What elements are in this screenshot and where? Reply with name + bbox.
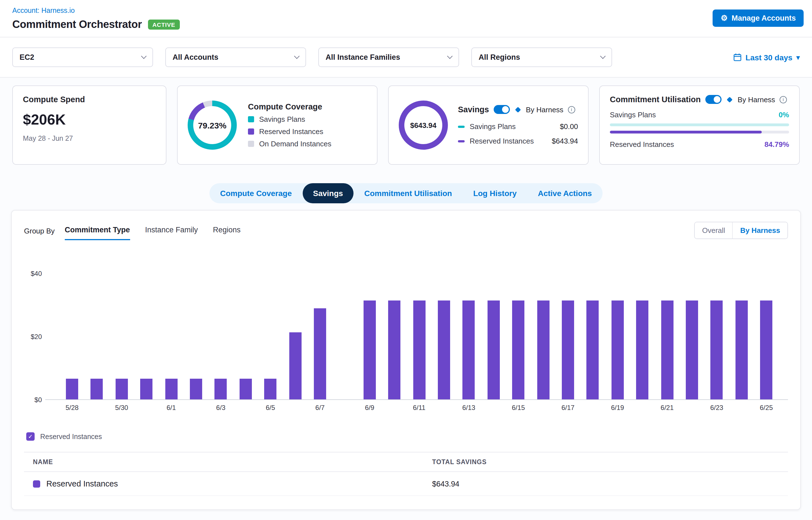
utilisation-by-harness-label: By Harness: [737, 95, 775, 104]
bar-6/16[interactable]: [537, 300, 549, 399]
date-range-picker[interactable]: Last 30 days ▾: [733, 53, 800, 62]
compute-spend-period: May 28 - Jun 27: [23, 135, 156, 142]
regions-filter-select[interactable]: All Regions: [471, 48, 612, 67]
bar-6/17[interactable]: [562, 300, 574, 399]
bar-6/9[interactable]: [364, 300, 376, 399]
utilisation-reserved-instances-value: 84.79%: [764, 140, 789, 149]
savings-row-label: Savings Plans: [470, 122, 516, 131]
x-tick-6/7: 6/7: [315, 404, 324, 412]
tab-log-history[interactable]: Log History: [463, 183, 527, 203]
x-tick-6/11: 6/11: [413, 404, 425, 412]
bar-6/5[interactable]: [264, 379, 277, 399]
coverage-legend-label: Reserved Instances: [259, 127, 323, 136]
bar-5/29[interactable]: [91, 379, 103, 399]
page-title: Commitment Orchestrator: [12, 19, 142, 31]
header-left: Account: Harness.io Commitment Orchestra…: [12, 5, 180, 31]
page-header: Account: Harness.io Commitment Orchestra…: [0, 0, 812, 37]
section-tabs: Compute CoverageSavingsCommitment Utilis…: [209, 183, 602, 203]
bar-6/7[interactable]: [314, 308, 326, 399]
savings-title: Savings: [458, 105, 489, 114]
compute-spend-value: $206K: [23, 111, 156, 128]
bar-6/25[interactable]: [760, 300, 772, 399]
bar-5/30[interactable]: [115, 379, 128, 399]
reserved-instances-legend-swatch[interactable]: ✓: [26, 432, 35, 441]
group-by-regions[interactable]: Regions: [213, 226, 240, 240]
utilisation-savings-plans-meter: [610, 124, 789, 126]
savings-row-savings-plans: Savings Plans$0.00: [458, 122, 578, 131]
bar-6/2[interactable]: [190, 379, 202, 399]
savings-total-value: $643.94: [399, 101, 448, 150]
chevron-down-icon: [447, 53, 453, 59]
y-tick-40: $40: [31, 270, 42, 278]
bar-6/15[interactable]: [512, 300, 524, 399]
tab-active-actions[interactable]: Active Actions: [527, 183, 602, 203]
accounts-filter-select[interactable]: All Accounts: [165, 48, 306, 67]
instance-families-filter-value: All Instance Families: [325, 53, 400, 61]
summary-cards: Compute Spend $206K May 28 - Jun 27 79.2…: [0, 78, 812, 165]
table-header: NAME TOTAL SAVINGS: [24, 452, 788, 472]
x-tick-6/23: 6/23: [710, 404, 723, 412]
bar-6/10[interactable]: [388, 300, 400, 399]
savings-card-right: Savings By Harness i Savings Plans$0.00R…: [458, 105, 578, 145]
bar-6/22[interactable]: [686, 300, 698, 399]
bar-6/20[interactable]: [636, 300, 648, 399]
x-tick-6/15: 6/15: [512, 404, 525, 412]
table-body: Reserved Instances$643.94: [24, 472, 788, 496]
utilisation-by-harness-toggle[interactable]: [705, 95, 721, 104]
account-link[interactable]: Account: Harness.io: [12, 7, 75, 15]
bar-6/6[interactable]: [289, 332, 301, 399]
compute-coverage-title: Compute Coverage: [248, 102, 332, 111]
savings-row-value: $643.94: [552, 137, 578, 145]
x-tick-6/19: 6/19: [611, 404, 624, 412]
group-by-commitment-type[interactable]: Commitment Type: [65, 226, 130, 240]
bar-5/28[interactable]: [66, 379, 78, 399]
status-badge: ACTIVE: [148, 20, 180, 30]
section-tabs-wrap: Compute CoverageSavingsCommitment Utilis…: [0, 183, 812, 203]
bar-6/11[interactable]: [413, 300, 425, 399]
bar-6/21[interactable]: [661, 300, 673, 399]
commitment-orchestrator-page: Account: Harness.io Commitment Orchestra…: [0, 0, 812, 520]
tab-commitment-utilisation[interactable]: Commitment Utilisation: [353, 183, 463, 203]
gear-icon: ⚙: [721, 14, 728, 22]
view-toggle-overall[interactable]: Overall: [695, 222, 732, 238]
utilisation-savings-plans-value: 0%: [779, 111, 789, 119]
chart-legend: ✓ Reserved Instances: [24, 432, 788, 441]
info-icon[interactable]: i: [568, 106, 575, 113]
coverage-legend-item-on-demand-instances: On Demand Instances: [248, 140, 332, 148]
reserved-instances-legend-label: Reserved Instances: [40, 433, 102, 440]
savings-bar-chart: $0$20$40 5/285/306/16/36/56/76/96/116/13…: [24, 266, 788, 419]
savings-by-harness-toggle[interactable]: [493, 105, 509, 114]
bar-6/13[interactable]: [463, 300, 475, 399]
coverage-legend-item-reserved-instances: Reserved Instances: [248, 127, 332, 136]
table-cell-name: Reserved Instances: [33, 479, 432, 488]
bar-6/1[interactable]: [165, 379, 177, 399]
filter-bar: EC2 All Accounts All Instance Families A…: [0, 37, 812, 78]
bar-6/18[interactable]: [587, 300, 599, 399]
x-tick-6/13: 6/13: [462, 404, 475, 412]
table-header-total-savings: TOTAL SAVINGS: [432, 459, 779, 465]
utilisation-reserved-instances-meter: [610, 131, 789, 133]
bar-5/31[interactable]: [140, 379, 153, 399]
row-name-label: Reserved Instances: [46, 479, 118, 488]
group-by-label: Group By: [24, 227, 55, 240]
bar-6/19[interactable]: [611, 300, 624, 399]
legend-swatch-savings-plans: [248, 116, 254, 122]
bar-6/14[interactable]: [488, 300, 500, 399]
compute-coverage-donut: 79.23%: [188, 101, 237, 150]
bar-6/12[interactable]: [438, 300, 450, 399]
service-filter-select[interactable]: EC2: [12, 48, 153, 67]
instance-families-filter-select[interactable]: All Instance Families: [318, 48, 459, 67]
tab-savings[interactable]: Savings: [303, 183, 353, 203]
manage-accounts-button[interactable]: ⚙ Manage Accounts: [713, 9, 804, 27]
bar-6/24[interactable]: [735, 300, 748, 399]
compute-coverage-percentage: 79.23%: [188, 101, 237, 150]
info-icon[interactable]: i: [780, 96, 787, 103]
bar-6/4[interactable]: [240, 379, 252, 399]
bar-6/23[interactable]: [711, 300, 723, 399]
view-toggle-by-harness[interactable]: By Harness: [732, 222, 787, 238]
savings-row-value: $0.00: [560, 122, 578, 131]
tab-compute-coverage[interactable]: Compute Coverage: [209, 183, 303, 203]
bar-6/3[interactable]: [215, 379, 227, 399]
x-tick-5/30: 5/30: [115, 404, 128, 412]
group-by-instance-family[interactable]: Instance Family: [145, 226, 198, 240]
